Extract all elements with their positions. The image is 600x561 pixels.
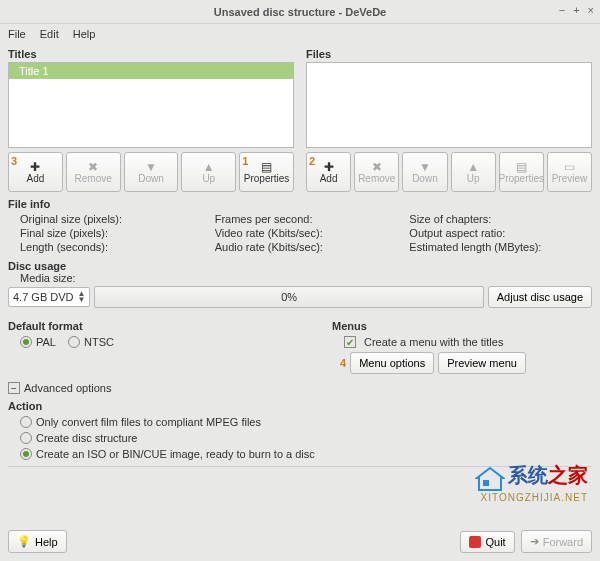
est-length: Estimated length (MBytes): — [409, 240, 592, 254]
video-rate: Video rate (Kbits/sec): — [215, 226, 398, 240]
files-remove-button: ✖Remove — [354, 152, 399, 192]
properties-icon: ▤ — [516, 161, 527, 173]
adjust-disc-usage-button[interactable]: Adjust disc usage — [488, 286, 592, 308]
preview-icon: ▭ — [564, 161, 575, 173]
menubar: File Edit Help — [0, 24, 600, 44]
preview-menu-button[interactable]: Preview menu — [438, 352, 526, 374]
close-icon[interactable]: × — [588, 4, 594, 16]
remove-icon: ✖ — [88, 161, 98, 173]
media-size-combo[interactable]: 4.7 GB DVD ▲▼ — [8, 287, 90, 307]
combo-arrows-icon: ▲▼ — [78, 291, 86, 303]
titles-add-button[interactable]: 3✚Add — [8, 152, 63, 192]
disc-usage-bar: 0% — [94, 286, 483, 308]
create-menu-check[interactable] — [344, 336, 356, 348]
help-icon: 💡 — [17, 535, 31, 548]
action-label: Action — [8, 400, 592, 412]
up-icon: ▲ — [467, 161, 479, 173]
final-size: Final size (pixels): — [20, 226, 203, 240]
menu-options-button[interactable]: Menu options — [350, 352, 434, 374]
files-up-button: ▲Up — [451, 152, 496, 192]
media-size-label: Media size: — [20, 272, 592, 284]
plus-icon: ✚ — [324, 161, 334, 173]
down-icon: ▼ — [145, 161, 157, 173]
up-icon: ▲ — [203, 161, 215, 173]
fileinfo-label: File info — [8, 198, 592, 210]
audio-rate: Audio rate (Kbits/sec): — [215, 240, 398, 254]
titles-label: Titles — [8, 48, 294, 60]
files-properties-button: ▤Properties — [499, 152, 544, 192]
window-title: Unsaved disc structure - DeVeDe — [214, 6, 386, 18]
ntsc-radio[interactable] — [68, 336, 80, 348]
remove-icon: ✖ — [372, 161, 382, 173]
advanced-expander[interactable]: − — [8, 382, 20, 394]
forward-icon: ➔ — [530, 535, 539, 548]
help-button[interactable]: 💡Help — [8, 530, 67, 553]
badge-4: 4 — [340, 357, 346, 369]
title-item[interactable]: Title 1 — [9, 63, 293, 79]
titles-down-button: ▼Down — [124, 152, 179, 192]
action-iso-radio[interactable] — [20, 448, 32, 460]
quit-icon — [469, 536, 481, 548]
titles-properties-button[interactable]: 1▤Properties — [239, 152, 294, 192]
length: Length (seconds): — [20, 240, 203, 254]
disc-usage-label: Disc usage — [8, 260, 592, 272]
action-structure-radio[interactable] — [20, 432, 32, 444]
titles-up-button: ▲Up — [181, 152, 236, 192]
files-add-button[interactable]: 2✚Add — [306, 152, 351, 192]
fps: Frames per second: — [215, 212, 398, 226]
files-preview-button: ▭Preview — [547, 152, 592, 192]
pal-radio[interactable] — [20, 336, 32, 348]
forward-button[interactable]: ➔Forward — [521, 530, 592, 553]
minimize-icon[interactable]: − — [559, 4, 565, 16]
aspect: Output aspect ratio: — [409, 226, 592, 240]
titles-list[interactable]: Title 1 — [8, 62, 294, 148]
menu-help[interactable]: Help — [73, 28, 96, 40]
maximize-icon[interactable]: + — [573, 4, 579, 16]
chapters: Size of chapters: — [409, 212, 592, 226]
down-icon: ▼ — [419, 161, 431, 173]
files-list[interactable] — [306, 62, 592, 148]
titlebar: Unsaved disc structure - DeVeDe − + × — [0, 0, 600, 24]
quit-button[interactable]: Quit — [460, 531, 514, 553]
titles-remove-button: ✖Remove — [66, 152, 121, 192]
menu-edit[interactable]: Edit — [40, 28, 59, 40]
plus-icon: ✚ — [30, 161, 40, 173]
default-format-label: Default format — [8, 320, 312, 332]
files-label: Files — [306, 48, 592, 60]
action-convert-radio[interactable] — [20, 416, 32, 428]
original-size: Original size (pixels): — [20, 212, 203, 226]
files-down-button: ▼Down — [402, 152, 447, 192]
menus-label: Menus — [332, 320, 592, 332]
properties-icon: ▤ — [261, 161, 272, 173]
advanced-label: Advanced options — [24, 382, 111, 394]
menu-file[interactable]: File — [8, 28, 26, 40]
